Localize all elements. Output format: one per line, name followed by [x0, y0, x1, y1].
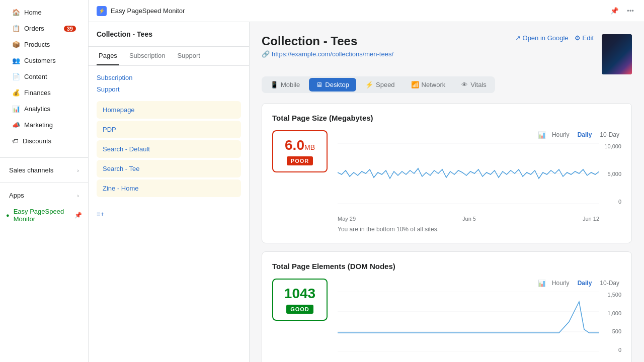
- right-panel: Collection - Tees 🔗 https://example.com/…: [250, 22, 644, 362]
- tab-speed-label: Speed: [376, 81, 395, 88]
- sidebar-item-easy-pagespeed[interactable]: ● Easy PageSpeed Monitor 📌: [0, 204, 88, 227]
- header-right: ↗ Open in Google ⚙ Edit: [515, 34, 632, 74]
- orders-icon: 📋: [12, 25, 20, 32]
- page-item-homepage[interactable]: Homepage: [97, 101, 241, 119]
- support-link[interactable]: Support: [97, 83, 241, 95]
- vitals-icon: 👁: [461, 81, 468, 88]
- customers-icon: 👥: [12, 57, 20, 64]
- page-item-pdp[interactable]: PDP: [97, 121, 241, 138]
- score-value-elements: 1043: [281, 286, 318, 302]
- time-btn-daily-elements[interactable]: Daily: [576, 279, 594, 288]
- network-icon: 📶: [411, 81, 419, 88]
- edit-link[interactable]: ⚙ Edit: [575, 34, 594, 42]
- sidebar-item-label: Discounts: [23, 137, 51, 145]
- subscription-link[interactable]: Subscription: [97, 72, 241, 83]
- chevron-right-icon: ›: [77, 167, 79, 173]
- speed-icon: ⚡: [365, 81, 373, 88]
- edit-label: Edit: [583, 34, 594, 42]
- gear-icon: ⚙: [575, 34, 581, 42]
- tab-desktop[interactable]: 🖥 Desktop: [309, 78, 356, 92]
- sidebar-item-label: Marketing: [24, 121, 53, 129]
- metric-page-elements-title: Total Page Elements (DOM Nodes): [272, 262, 621, 270]
- tab-desktop-label: Desktop: [325, 81, 349, 88]
- score-number: 6.0: [285, 137, 304, 153]
- tab-subscription[interactable]: Subscription: [127, 47, 168, 65]
- add-icon: ≡+: [97, 210, 104, 218]
- orders-badge: 39: [64, 26, 76, 32]
- sidebar-item-label: Analytics: [24, 105, 50, 113]
- add-page-button[interactable]: ≡+: [89, 205, 249, 223]
- open-in-google-link[interactable]: ↗ Open in Google: [515, 34, 569, 42]
- pin-button[interactable]: 📌: [608, 5, 621, 17]
- chart-controls-elements: 📊 Hourly Daily 10-Day: [338, 279, 621, 288]
- sidebar-item-marketing[interactable]: 📣 Marketing: [6, 117, 82, 133]
- sidebar-item-sales-channels[interactable]: Sales channels ›: [3, 162, 85, 178]
- chart-x-labels: May 29 Jun 5 Jun 12: [338, 216, 621, 222]
- chart-y-labels-elements: 1,500 1,000 500 0: [601, 292, 621, 362]
- chart-area-elements: 1,500 1,000 500 0: [338, 292, 621, 362]
- topbar-left: ⚡ Easy PageSpeed Monitor: [97, 6, 185, 16]
- sales-channels-label: Sales channels: [9, 166, 53, 174]
- app-icon: ⚡: [97, 6, 107, 16]
- time-btn-10day-elements[interactable]: 10-Day: [598, 279, 621, 288]
- main-area: ⚡ Easy PageSpeed Monitor 📌 ••• Collectio…: [89, 0, 644, 362]
- view-tabs: 📱 Mobile 🖥 Desktop ⚡ Speed 📶 Network 👁: [262, 76, 495, 93]
- sidebar-divider: [0, 157, 88, 158]
- y-label-2: 5,000: [601, 171, 621, 177]
- sidebar: 🏠 Home 📋 Orders 39 📦 Products 👥 Customer…: [0, 0, 89, 362]
- score-status-label-elements: GOOD: [286, 305, 313, 314]
- x-label-2: Jun 5: [462, 216, 476, 222]
- page-item-zine-home[interactable]: Zine - Home: [97, 179, 241, 197]
- metric-page-size-score: 6.0MB POOR: [272, 130, 328, 172]
- app-name-label: Easy PageSpeed Monitor: [14, 208, 70, 223]
- tab-vitals-label: Vitals: [470, 81, 487, 88]
- external-link-icon: 🔗: [262, 50, 270, 58]
- sidebar-item-orders[interactable]: 📋 Orders 39: [6, 21, 82, 36]
- sidebar-item-content[interactable]: 📄 Content: [6, 69, 82, 84]
- metric-page-size-title: Total Page Size (Megabytes): [272, 114, 621, 122]
- sidebar-item-home[interactable]: 🏠 Home: [6, 5, 82, 20]
- time-btn-hourly[interactable]: Hourly: [550, 130, 572, 139]
- home-icon: 🏠: [12, 9, 20, 16]
- chart-svg-elements: [338, 292, 599, 352]
- pin-icon: 📌: [74, 212, 82, 219]
- page-url: 🔗 https://example.com/collections/men-te…: [262, 50, 393, 58]
- time-btn-10day[interactable]: 10-Day: [598, 130, 621, 139]
- left-panel: Collection - Tees Pages Subscription Sup…: [89, 22, 250, 362]
- time-btn-daily[interactable]: Daily: [576, 130, 594, 139]
- sidebar-item-label: Orders: [24, 25, 44, 32]
- tab-speed[interactable]: ⚡ Speed: [358, 78, 402, 92]
- sidebar-item-discounts[interactable]: 🏷 Discounts: [6, 133, 82, 149]
- sidebar-item-products[interactable]: 📦 Products: [6, 37, 82, 52]
- y-label-1: 10,000: [601, 143, 621, 149]
- left-panel-sub-links: Subscription Support: [89, 66, 249, 101]
- sidebar-item-analytics[interactable]: 📊 Analytics: [6, 101, 82, 117]
- y-label-el-3: 500: [601, 328, 621, 334]
- page-url-link[interactable]: https://example.com/collections/men-tees…: [272, 50, 393, 58]
- page-item-search-tee[interactable]: Search - Tee: [97, 160, 241, 177]
- desktop-icon: 🖥: [316, 81, 323, 88]
- time-btn-hourly-elements[interactable]: Hourly: [550, 279, 572, 288]
- tab-mobile[interactable]: 📱 Mobile: [263, 78, 307, 92]
- tab-pages[interactable]: Pages: [97, 47, 119, 65]
- metric-page-elements-score: 1043 GOOD: [272, 279, 328, 321]
- chart-svg: [338, 143, 599, 204]
- page-item-search-default[interactable]: Search - Default: [97, 140, 241, 158]
- active-indicator: ●: [6, 212, 10, 218]
- topbar: ⚡ Easy PageSpeed Monitor 📌 •••: [89, 0, 644, 22]
- tab-network[interactable]: 📶 Network: [404, 78, 453, 92]
- tab-support[interactable]: Support: [175, 47, 202, 65]
- metric-page-elements-chart: 📊 Hourly Daily 10-Day: [338, 279, 621, 362]
- sidebar-item-apps[interactable]: Apps ›: [3, 188, 85, 203]
- sidebar-item-customers[interactable]: 👥 Customers: [6, 53, 82, 68]
- more-button[interactable]: •••: [625, 5, 636, 17]
- chart-type-icon: 📊: [538, 131, 546, 139]
- products-icon: 📦: [12, 41, 20, 48]
- sidebar-item-label: Customers: [24, 57, 56, 64]
- score-status-label: POOR: [287, 156, 313, 165]
- tab-vitals[interactable]: 👁 Vitals: [454, 78, 494, 92]
- y-label-el-2: 1,000: [601, 310, 621, 316]
- sidebar-item-label: Home: [24, 9, 42, 16]
- mobile-icon: 📱: [270, 81, 278, 88]
- sidebar-item-finances[interactable]: 💰 Finances: [6, 85, 82, 101]
